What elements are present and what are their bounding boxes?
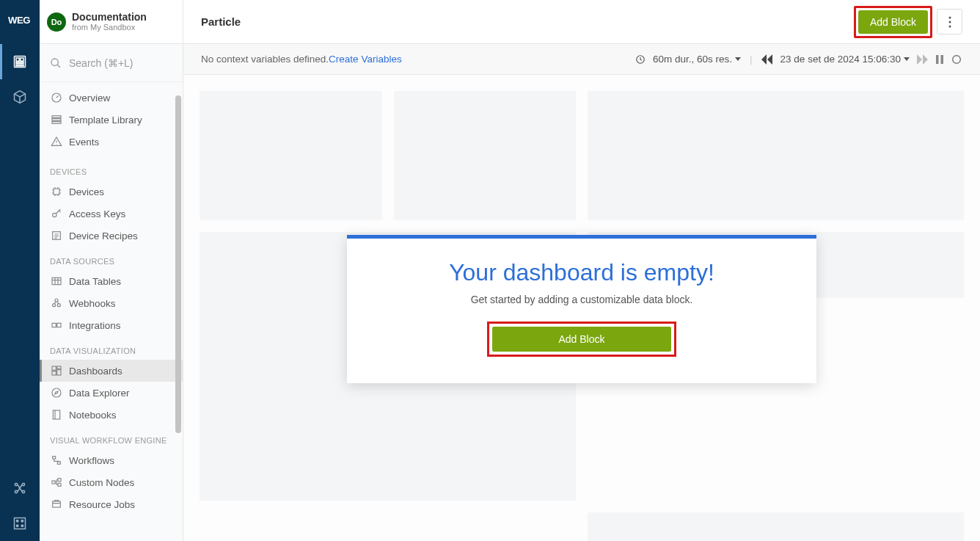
svg-point-41 <box>948 16 951 18</box>
placeholder-block <box>200 91 382 220</box>
svg-rect-5 <box>16 65 23 66</box>
workflow-icon <box>50 454 63 467</box>
chip-icon <box>50 185 63 198</box>
add-block-button-main[interactable]: Add Block <box>492 327 671 352</box>
add-block-button[interactable]: Add Block <box>858 10 928 34</box>
svg-rect-23 <box>52 277 61 284</box>
nav-label: Integrations <box>69 320 121 331</box>
nav-label: Data Tables <box>69 276 121 287</box>
svg-point-21 <box>53 213 56 217</box>
nav-item-data-explorer[interactable]: Data Explorer <box>40 382 183 404</box>
webhook-icon <box>50 297 63 310</box>
svg-rect-19 <box>52 122 61 124</box>
svg-rect-2 <box>16 58 19 61</box>
nav-matrix-icon[interactable] <box>0 506 40 541</box>
nav-heading-data-sources: DATA SOURCES <box>40 247 183 270</box>
gauge-icon <box>50 91 63 104</box>
highlight-box: Add Block <box>854 6 932 38</box>
notebook-icon <box>50 408 63 421</box>
dashboard-canvas: Your dashboard is empty! Get started by … <box>183 75 980 541</box>
workspace-avatar: Do <box>47 12 66 32</box>
svg-rect-34 <box>53 410 59 419</box>
scrollbar-thumb[interactable] <box>175 95 181 433</box>
svg-rect-17 <box>52 116 61 118</box>
svg-rect-20 <box>54 189 59 195</box>
pause-icon[interactable] <box>936 55 943 64</box>
nav-connections-icon[interactable] <box>0 471 40 506</box>
logo: WEG <box>8 9 32 31</box>
svg-point-15 <box>51 59 58 65</box>
svg-rect-37 <box>52 481 55 484</box>
chevron-down-icon <box>735 57 741 61</box>
nav-heading-data-visualization: DATA VISUALIZATION <box>40 336 183 360</box>
svg-point-8 <box>15 490 17 493</box>
nav-item-workflows[interactable]: Workflows <box>40 449 183 471</box>
warning-icon <box>50 135 63 148</box>
nav-heading-workflow: VISUAL WORKFLOW ENGINE <box>40 426 183 449</box>
svg-point-12 <box>21 520 23 522</box>
duration-dropdown[interactable]: 60m dur., 60s res. <box>653 54 741 65</box>
nodes-icon <box>50 476 63 489</box>
svg-point-47 <box>953 55 961 63</box>
svg-rect-39 <box>58 483 61 486</box>
refresh-icon[interactable] <box>951 54 962 65</box>
nav-item-notebooks[interactable]: Notebooks <box>40 404 183 426</box>
create-variables-link[interactable]: Create Variables <box>329 54 402 65</box>
svg-point-6 <box>15 483 17 485</box>
nav-item-template-library[interactable]: Template Library <box>40 109 183 131</box>
svg-point-42 <box>948 21 951 23</box>
empty-title: Your dashboard is empty! <box>369 259 794 286</box>
workspace-title: Documentation <box>72 12 147 23</box>
svg-rect-4 <box>16 62 23 64</box>
nav-label: Data Explorer <box>69 388 130 399</box>
svg-point-24 <box>53 304 56 307</box>
svg-rect-32 <box>52 371 56 375</box>
key-icon <box>50 207 63 220</box>
nav-item-data-tables[interactable]: Data Tables <box>40 270 183 292</box>
svg-point-9 <box>22 490 24 493</box>
nav-item-device-recipes[interactable]: Device Recipes <box>40 225 183 247</box>
nav-item-access-keys[interactable]: Access Keys <box>40 203 183 225</box>
search-input[interactable]: Search (⌘+L) <box>40 44 183 82</box>
sidebar: Do Documentation from My Sandbox Search … <box>40 0 183 541</box>
svg-rect-45 <box>936 55 939 64</box>
nav-item-integrations[interactable]: Integrations <box>40 314 183 336</box>
nav-item-overview[interactable]: Overview <box>40 87 183 109</box>
nav-item-resource-jobs[interactable]: Resource Jobs <box>40 493 183 515</box>
nav-item-custom-nodes[interactable]: Custom Nodes <box>40 471 183 493</box>
context-text: No context variables defined. <box>201 54 329 65</box>
page-title: Particle <box>201 15 241 28</box>
rewind-icon[interactable] <box>761 54 773 65</box>
svg-rect-29 <box>52 366 56 370</box>
empty-subtitle: Get started by adding a customizable dat… <box>369 294 794 305</box>
nav-label: Resource Jobs <box>69 499 135 510</box>
forward-icon[interactable] <box>917 54 929 65</box>
search-icon <box>50 57 62 69</box>
svg-point-11 <box>16 520 18 522</box>
nav-label: Events <box>69 137 99 148</box>
nav-item-dashboards[interactable]: Dashboards <box>40 360 183 382</box>
date-dropdown[interactable]: 23 de set de 2024 15:06:30 <box>780 54 910 65</box>
clock-icon <box>635 54 646 65</box>
nav-label: Notebooks <box>69 410 117 421</box>
svg-point-25 <box>57 304 60 307</box>
compass-icon <box>50 386 63 399</box>
svg-point-13 <box>16 525 18 527</box>
nav-label: Access Keys <box>69 208 125 219</box>
jobs-icon <box>50 498 63 511</box>
more-vertical-icon <box>948 16 951 28</box>
nav-item-webhooks[interactable]: Webhooks <box>40 292 183 314</box>
nav-label: Overview <box>69 92 110 104</box>
nav-label: Workflows <box>69 455 114 466</box>
more-menu-button[interactable] <box>937 9 962 35</box>
nav-applications-icon[interactable] <box>0 44 40 79</box>
highlight-box: Add Block <box>487 322 676 357</box>
svg-rect-36 <box>57 462 60 464</box>
nav-item-devices[interactable]: Devices <box>40 181 183 203</box>
empty-dashboard-modal: Your dashboard is empty! Get started by … <box>347 235 816 383</box>
nav-cube-icon[interactable] <box>0 79 40 115</box>
placeholder-block <box>394 91 577 220</box>
nav-item-events[interactable]: Events <box>40 131 183 153</box>
svg-rect-38 <box>58 479 61 482</box>
nav-label: Webhooks <box>69 298 116 309</box>
